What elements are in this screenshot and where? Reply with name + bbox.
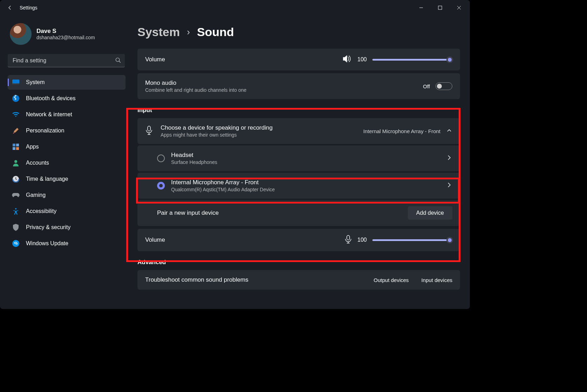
mono-title: Mono audio [145,80,247,87]
back-button[interactable] [3,5,17,11]
apps-icon [12,143,20,151]
nav-label: Time & language [26,176,68,182]
gamepad-icon [12,191,20,199]
nav-label: Gaming [26,192,46,198]
nav-privacy[interactable]: Privacy & security [8,220,126,235]
device-subtitle: Qualcomm(R) Aqstic(TM) Audio Adapter Dev… [171,187,275,192]
update-icon [12,240,20,247]
chevron-up-icon[interactable] [446,127,452,135]
device-subtitle: Surface Headphones [171,159,217,165]
speaker-icon[interactable] [343,55,352,64]
nav-label: Privacy & security [26,224,70,231]
troubleshoot-row: Troubleshoot common sound problems Outpu… [137,270,460,290]
settings-window: Settings Dave S dshanaha23@hotmail.com [0,0,470,309]
radio-unselected[interactable] [157,154,165,162]
svg-rect-6 [16,144,19,146]
device-title: Internal Microphone Array - Front [171,179,275,186]
input-section-title: Input [137,107,460,114]
microphone-icon [145,126,153,136]
microphone-icon[interactable] [345,235,352,245]
titlebar: Settings [0,0,470,15]
maximize-button[interactable] [432,2,448,13]
svg-rect-7 [13,147,15,150]
nav-label: Accessibility [26,208,56,214]
choose-input-row[interactable]: Choose a device for speaking or recordin… [137,118,460,144]
pair-device-row: Pair a new input device Add device [137,200,460,226]
volume-slider[interactable] [372,59,452,61]
svg-point-13 [12,240,19,247]
breadcrumb: System › Sound [137,25,460,39]
breadcrumb-parent[interactable]: System [137,25,180,39]
svg-rect-5 [13,144,15,146]
main-panel: System › Sound Volume 100 Mono audio Com… [130,15,470,309]
mono-toggle[interactable] [436,82,452,90]
volume-label: Volume [145,236,165,243]
clock-icon [12,175,20,183]
nav-system[interactable]: System [8,75,126,90]
sidebar: Dave S dshanaha23@hotmail.com System Blu… [0,15,130,309]
nav-label: Apps [26,144,39,150]
wifi-icon [12,111,20,118]
close-button[interactable] [451,2,467,13]
brush-icon [12,127,20,135]
svg-point-12 [15,208,16,209]
minimize-button[interactable] [413,2,429,13]
chevron-right-icon[interactable] [446,182,452,190]
nav-update[interactable]: Windows Update [8,236,126,251]
choose-subtitle: Apps might have their own settings [161,132,272,138]
volume-slider[interactable] [372,239,452,241]
mono-subtitle: Combine left and right audio channels in… [145,87,247,93]
volume-value: 100 [357,56,367,63]
nav-accounts[interactable]: Accounts [8,156,126,170]
person-icon [12,159,20,167]
nav-label: Windows Update [26,240,68,247]
radio-selected[interactable] [157,182,165,190]
nav-list: System Bluetooth & devices Network & int… [8,75,126,251]
shield-icon [12,223,20,231]
nav-gaming[interactable]: Gaming [8,188,126,202]
device-title: Headset [171,152,217,159]
volume-value: 100 [357,237,367,243]
output-devices-link[interactable]: Output devices [374,277,409,283]
advanced-section-title: Advanced [137,259,460,266]
svg-point-1 [116,58,120,62]
search-icon [115,57,121,65]
search-input[interactable] [8,54,125,67]
troubleshoot-label: Troubleshoot common sound problems [145,276,248,283]
breadcrumb-current: Sound [197,25,234,39]
display-icon [12,78,20,86]
chevron-right-icon: › [187,27,190,37]
nav-bluetooth[interactable]: Bluetooth & devices [8,91,126,106]
svg-rect-8 [16,147,19,150]
avatar [10,23,32,45]
nav-label: Accounts [26,160,49,166]
chevron-right-icon[interactable] [446,154,452,162]
input-device-internal-mic[interactable]: Internal Microphone Array - Front Qualco… [137,173,460,199]
profile-block[interactable]: Dave S dshanaha23@hotmail.com [8,23,126,45]
svg-point-9 [14,160,17,163]
svg-rect-15 [347,235,350,240]
nav-personalization[interactable]: Personalization [8,123,126,138]
nav-label: Personalization [26,128,64,134]
svg-rect-14 [148,126,150,131]
nav-label: Network & internet [26,111,72,118]
choose-selected: Internal Microphone Array - Front [363,128,440,134]
user-name: Dave S [36,28,95,35]
add-device-button[interactable]: Add device [408,206,452,220]
nav-label: System [26,79,45,85]
choose-title: Choose a device for speaking or recordin… [161,124,272,131]
nav-time[interactable]: Time & language [8,172,126,186]
nav-apps[interactable]: Apps [8,139,126,154]
input-volume-row[interactable]: Volume 100 [137,229,460,251]
window-title: Settings [20,5,38,11]
bluetooth-icon [12,95,20,102]
pair-label: Pair a new input device [157,209,219,216]
nav-accessibility[interactable]: Accessibility [8,204,126,219]
input-devices-link[interactable]: Input devices [421,277,452,283]
user-email: dshanaha23@hotmail.com [36,35,95,40]
nav-network[interactable]: Network & internet [8,107,126,122]
mono-audio-row[interactable]: Mono audio Combine left and right audio … [137,73,460,99]
input-device-headset[interactable]: Headset Surface Headphones [137,145,460,171]
window-controls [413,2,467,13]
output-volume-row[interactable]: Volume 100 [137,49,460,70]
